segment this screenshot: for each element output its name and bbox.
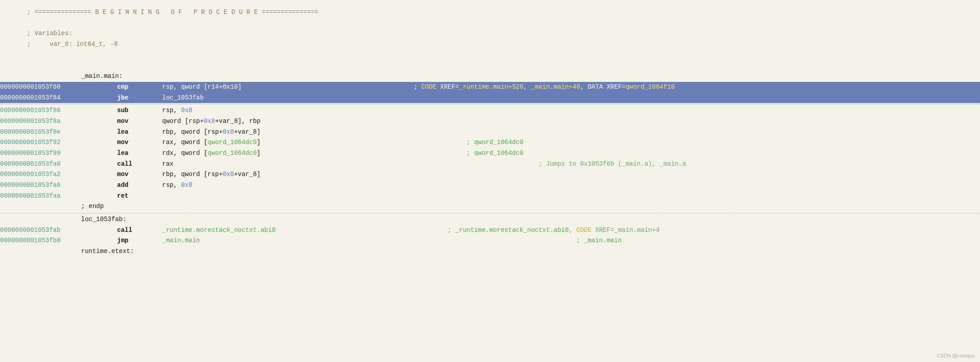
mnemonic-lea2: lea: [117, 149, 162, 158]
operands-call: rax: [162, 159, 315, 169]
mnemonic-mov3: mov: [117, 170, 162, 180]
row-call[interactable]: 0000000001053fa0 call rax ; Jumps to 0x1…: [0, 159, 980, 170]
comment-jmp: ; _main.main: [315, 236, 622, 246]
separator-1: [0, 104, 980, 104]
addr-mov3: 0000000001053fa2: [0, 170, 81, 180]
beginning-comment: ; =============== B E G I N N I N G O F …: [0, 8, 318, 18]
loc-label-line: loc_1053fab:: [0, 214, 980, 225]
endp-line: ; endp: [0, 201, 980, 212]
mnemonic-cmp: cmp: [117, 82, 162, 92]
addr-jbe: 0000000001053f84: [0, 93, 81, 103]
addr-lea1: 0000000001053f8e: [0, 127, 81, 137]
comment-call: ; Jumps to 0x1053f60 (_main.a), _main.a: [315, 159, 686, 169]
row-jmp[interactable]: 0000000001053fb0 jmp _main.main ; _main.…: [0, 235, 980, 246]
operands-lea2: rdx, qword [qword_1064dc0]: [162, 149, 315, 158]
addr-mov2: 0000000001053f92: [0, 138, 81, 148]
addr-ret: 0000000001053faa: [0, 191, 81, 201]
main-label: _main.main:: [0, 72, 122, 81]
mnemonic-call: call: [117, 159, 162, 169]
comment-mov2: ; qword_1064dc0: [315, 138, 523, 148]
row-mov2[interactable]: 0000000001053f92 mov rax, qword [qword_1…: [0, 137, 980, 148]
row-ret[interactable]: 0000000001053faa ret: [0, 191, 980, 202]
etext-label: runtime.etext:: [0, 247, 134, 257]
operands-lea1: rbp, qword [rsp+0x8+var_8]: [162, 127, 315, 137]
comment-lea2: ; qword_1064dc0: [315, 149, 523, 158]
addr-lea2: 0000000001053f99: [0, 149, 81, 158]
mnemonic-sub: sub: [117, 106, 162, 116]
mnemonic-lea1: lea: [117, 127, 162, 137]
operands-mov2: rax, qword [qword_1064dc0]: [162, 138, 315, 148]
blank-line-1: [0, 18, 980, 29]
operands-add: rsp, 0x8: [162, 181, 315, 190]
row-jbe[interactable]: 0000000001053f84 jbe loc_1053fab: [0, 93, 980, 104]
endp-label: ; endp: [0, 202, 104, 212]
operands-jmp: _main.main: [162, 236, 315, 246]
comment-cmp: ; CODE XREF=_runtime.main+528, _main.mai…: [315, 82, 675, 92]
header-comment-2: ; Variables:: [0, 28, 980, 39]
mnemonic-mov2: mov: [117, 138, 162, 148]
main-label-line: _main.main:: [0, 71, 980, 82]
blank-line-3: [0, 60, 980, 71]
mnemonic-jbe: jbe: [117, 93, 162, 103]
mnemonic-ret: ret: [117, 191, 162, 201]
operands-mov1: qword [rsp+0x8+var_8], rbp: [162, 117, 315, 127]
operands-cmp: rsp, qword [r14+0x10]: [162, 82, 315, 92]
operands-jbe: loc_1053fab: [162, 93, 315, 103]
row-mov3[interactable]: 0000000001053fa2 mov rbp, qword [rsp+0x8…: [0, 169, 980, 180]
row-lea2[interactable]: 0000000001053f99 lea rdx, qword [qword_1…: [0, 148, 980, 159]
addr-cmp: 0000000001053f80: [0, 82, 81, 92]
row-cmp[interactable]: 0000000001053f80 cmp rsp, qword [r14+0x1…: [0, 82, 980, 93]
loc-label: loc_1053fab:: [0, 215, 127, 225]
row-call2[interactable]: 0000000001053fab call _runtime.morestack…: [0, 225, 980, 236]
mnemonic-jmp: jmp: [117, 236, 162, 246]
addr-call: 0000000001053fa0: [0, 159, 81, 169]
operands-sub: rsp, 0x8: [162, 106, 315, 116]
addr-add: 0000000001053fa6: [0, 181, 81, 190]
code-view: ; =============== B E G I N N I N G O F …: [0, 0, 980, 362]
watermark: CSDN @i-neojos: [937, 353, 975, 358]
operands-mov3: rbp, qword [rsp+0x8+var_8]: [162, 170, 315, 180]
mnemonic-mov1: mov: [117, 117, 162, 127]
row-mov1[interactable]: 0000000001053f8a mov qword [rsp+0x8+var_…: [0, 116, 980, 127]
variables-comment: ; Variables:: [0, 29, 73, 39]
header-comment-3: ; var_8: int64_t, -8: [0, 39, 980, 50]
addr-mov1: 0000000001053f8a: [0, 117, 81, 127]
operands-call2: _runtime.morestack_noctxt.abi0: [162, 226, 315, 235]
header-comment-1: ; =============== B E G I N N I N G O F …: [0, 7, 980, 18]
row-add[interactable]: 0000000001053fa6 add rsp, 0x8: [0, 180, 980, 191]
addr-call2: 0000000001053fab: [0, 226, 81, 235]
separator-2: [0, 213, 980, 213]
row-sub[interactable]: 0000000001053f86 sub rsp, 0x8: [0, 105, 980, 116]
blank-line-2: [0, 50, 980, 61]
mnemonic-add: add: [117, 181, 162, 190]
comment-call2: ; _runtime.morestack_noctxt.abi0, CODE X…: [315, 226, 660, 235]
etext-label-line: runtime.etext:: [0, 246, 980, 257]
addr-jmp: 0000000001053fb0: [0, 236, 81, 246]
mnemonic-call2: call: [117, 226, 162, 235]
row-lea1[interactable]: 0000000001053f8e lea rbp, qword [rsp+0x8…: [0, 127, 980, 138]
addr-sub: 0000000001053f86: [0, 106, 81, 116]
var8-comment: ; var_8: int64_t, -8: [0, 40, 118, 50]
